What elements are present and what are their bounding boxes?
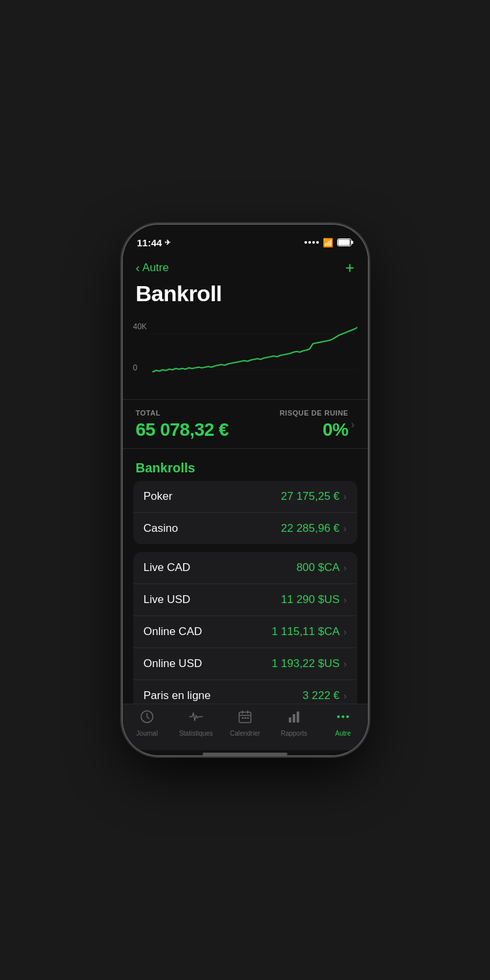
item-chevron-poker: › [344,491,347,502]
back-chevron-icon: ‹ [136,261,140,275]
svg-point-16 [337,715,340,718]
page-title-container: Bankroll [123,280,368,314]
list-item[interactable]: Live USD 11 290 $US › [133,584,357,616]
item-chevron-online-cad: › [344,627,347,637]
item-right-poker: 27 175,25 € › [281,490,346,503]
svg-rect-15 [297,711,299,723]
item-value-online-cad: 1 115,11 $CA [272,625,340,638]
ruine-block: RISQUE DE RUINE 0% [280,409,348,440]
back-label: Autre [142,261,169,274]
pulse-icon [189,710,203,728]
ruine-label: RISQUE DE RUINE [280,409,348,417]
item-right-live-cad: 800 $CA › [297,561,347,574]
item-chevron-live-usd: › [344,595,347,605]
tab-statistiques[interactable]: Statistiques [176,710,216,737]
item-right-paris: 3 222 € › [302,689,346,702]
list-item[interactable]: Online USD 1 193,22 $US › [133,648,357,680]
add-button[interactable]: + [345,259,354,277]
bankroll-chart [133,321,357,396]
time-display: 11:44 [137,237,162,248]
item-value-poker: 27 175,25 € [281,490,340,503]
status-icons: 📶 [304,238,353,248]
nav-bar: ‹ Autre + [123,253,368,280]
item-label-live-usd: Live USD [144,593,191,606]
tab-label-autre: Autre [335,730,351,737]
clock-icon [140,710,154,728]
item-chevron-online-usd: › [344,659,347,669]
tab-journal[interactable]: Journal [127,710,167,737]
ruine-value: 0% [280,419,348,440]
svg-rect-14 [293,714,295,723]
bankrolls-group-2: Live CAD 800 $CA › Live USD 11 290 $US ›… [133,552,357,704]
bar-chart-icon [287,710,301,728]
item-right-casino: 22 285,96 € › [281,522,346,535]
bankrolls-list[interactable]: Poker 27 175,25 € › Casino 22 285,96 € › [123,481,368,704]
item-right-online-cad: 1 115,11 $CA › [272,625,347,638]
back-button[interactable]: ‹ Autre [136,261,169,275]
stats-section: TOTAL 65 078,32 € RISQUE DE RUINE 0% › [123,400,368,449]
item-chevron-live-cad: › [344,563,347,573]
list-item[interactable]: Live CAD 800 $CA › [133,552,357,584]
item-value-paris: 3 222 € [302,689,340,702]
item-label-online-cad: Online CAD [144,625,203,638]
page-title: Bankroll [136,281,355,306]
notch [196,225,294,243]
tab-bar: Journal Statistiques [123,704,368,750]
item-value-live-usd: 11 290 $US [281,593,340,606]
item-right-live-usd: 11 290 $US › [281,593,346,606]
list-item[interactable]: Paris en ligne 3 222 € › [133,680,357,704]
calendar-icon [238,710,252,728]
item-value-online-usd: 1 193,22 $US [272,657,340,670]
item-right-online-usd: 1 193,22 $US › [272,657,347,670]
phone-frame: 11:44 ✈ 📶 ‹ [123,225,368,755]
total-value: 65 078,32 € [136,419,229,440]
bankrolls-group-1: Poker 27 175,25 € › Casino 22 285,96 € › [133,481,357,544]
list-item[interactable]: Poker 27 175,25 € › [133,481,357,513]
list-item[interactable]: Casino 22 285,96 € › [133,513,357,544]
item-chevron-paris: › [344,691,347,701]
home-indicator [203,753,287,755]
svg-rect-2 [338,240,350,246]
item-label-paris: Paris en ligne [144,689,211,702]
item-chevron-casino: › [344,523,347,534]
battery-icon [337,238,353,246]
svg-rect-10 [242,717,244,719]
svg-point-17 [342,715,344,718]
signal-icon [304,241,319,244]
status-time: 11:44 ✈ [137,237,171,248]
tab-label-journal: Journal [137,730,158,737]
location-icon: ✈ [165,238,171,247]
bankrolls-section-header: Bankrolls [123,449,368,481]
svg-rect-13 [289,717,291,723]
svg-rect-11 [244,717,246,719]
item-label-online-usd: Online USD [144,657,203,670]
chart-label-40k: 40K [133,322,147,331]
chart-label-0: 0 [133,363,138,372]
ruine-chevron-icon: › [351,419,354,431]
item-label-live-cad: Live CAD [144,561,191,574]
list-item[interactable]: Online CAD 1 115,11 $CA › [133,616,357,648]
tab-autre[interactable]: Autre [323,710,363,737]
svg-point-18 [346,715,349,718]
item-value-casino: 22 285,96 € [281,522,340,535]
ruine-stat[interactable]: RISQUE DE RUINE 0% › [280,409,355,440]
chart-container: 40K 0 [123,314,368,399]
item-value-live-cad: 800 $CA [297,561,340,574]
tab-calendrier[interactable]: Calendrier [225,710,265,737]
phone-screen: 11:44 ✈ 📶 ‹ [123,225,368,755]
dots-icon [336,710,350,728]
tab-label-statistiques: Statistiques [179,730,213,737]
tab-rapports[interactable]: Rapports [274,710,314,737]
bankrolls-title: Bankrolls [136,461,355,476]
wifi-icon: 📶 [323,238,333,248]
total-stat: TOTAL 65 078,32 € [136,409,229,440]
tab-label-rapports: Rapports [281,730,308,737]
total-label: TOTAL [136,409,229,417]
tab-label-calendrier: Calendrier [230,730,260,737]
item-label-poker: Poker [144,490,172,503]
svg-rect-1 [351,241,353,244]
svg-rect-12 [247,717,249,719]
item-label-casino: Casino [144,522,178,535]
